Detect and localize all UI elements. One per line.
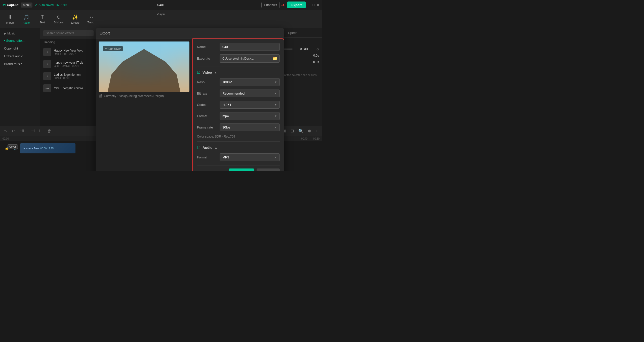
logo-icon: ✂ (3, 3, 6, 7)
edit-cover-button[interactable]: ✏ Edit cover (103, 46, 123, 51)
sidebar-item-extract-audio[interactable]: Extract audio (0, 52, 40, 60)
export-actions: Export Cancel (197, 165, 280, 171)
video-collapse-icon[interactable]: ▲ (214, 71, 217, 74)
app-logo: ✂ CapCut (3, 3, 18, 7)
audio-format-label: Format (197, 155, 217, 159)
app-name: CapCut (7, 3, 18, 7)
sidebar-item-brand-music[interactable]: Brand music (0, 60, 40, 68)
minimize-button[interactable]: − (308, 3, 310, 7)
color-space-text: Color space: SDR - Rec.709 (197, 135, 280, 138)
separator-2 (197, 141, 280, 142)
export-to-label: Export to (197, 57, 217, 60)
video-checkbox[interactable]: ☑ (197, 70, 200, 75)
sidebar-section-music[interactable]: ▶ Music (0, 30, 40, 37)
cancel-button[interactable]: Cancel (257, 168, 280, 171)
trim-right-button[interactable]: ⊢ (38, 127, 44, 134)
volume-value: 0.0dB (300, 47, 308, 51)
arrow-indicator: ➔ (281, 2, 285, 8)
tab-speed[interactable]: Speed (285, 28, 301, 37)
select-tool-button[interactable]: ↖ (3, 127, 8, 134)
framerate-row: Frame rate 30fps ▼ (197, 123, 280, 131)
audio-collapse-icon[interactable]: ▲ (215, 146, 218, 149)
music-note-icon: ♪ (43, 72, 51, 80)
export-to-row: Export to 📁 (197, 54, 280, 63)
audio-label: Audio (23, 21, 30, 24)
timecode-0: 00:00 (3, 137, 9, 140)
bitrate-select[interactable]: Recommended ▼ (220, 90, 280, 97)
resolution-select[interactable]: 1080P ▼ (220, 78, 280, 86)
chevron-down-icon: ▼ (274, 156, 277, 159)
export-confirm-button[interactable]: Export (229, 168, 254, 171)
browse-folder-button[interactable]: 📁 (270, 55, 279, 62)
tool-import[interactable]: ⬇ Import (3, 13, 18, 26)
audio-format-select[interactable]: MP3 ▼ (220, 153, 280, 161)
close-button[interactable]: ✕ (316, 3, 319, 7)
tool-transitions[interactable]: ↔ Tran... (84, 13, 99, 25)
crop-button[interactable]: ⊟ (290, 127, 295, 134)
audio-checkbox[interactable]: ☑ (197, 145, 200, 150)
audio-section-label: Audio (203, 146, 213, 150)
effects-icon: ✨ (72, 14, 78, 20)
arrow-icon: ▶ (4, 32, 6, 35)
shortcuts-button[interactable]: Shortcuts (261, 2, 280, 8)
bitrate-label: Bit rate (197, 92, 217, 95)
tool-effects[interactable]: ✨ Effects (68, 13, 83, 26)
chevron-down-icon: ▼ (274, 126, 277, 129)
add-media-button[interactable]: + (2, 147, 4, 150)
split-button[interactable]: ⊣⊢ (19, 127, 28, 134)
tool-audio[interactable]: 🎵 Audio (19, 13, 34, 26)
copyright-label: Copyright (4, 47, 18, 50)
search-input[interactable] (43, 30, 94, 36)
topbar-right: Shortcuts ➔ Export − □ ✕ (165, 2, 319, 8)
autosave-status: ✓ Auto saved: 16:01:46 (35, 3, 67, 7)
video-clip[interactable]: Japanese Tree 00:00:17:25 (20, 143, 75, 153)
delete-button[interactable]: 🗑 (46, 128, 52, 134)
zoom-in-button[interactable]: ⊕ (307, 127, 312, 134)
resolution-label: Resol... (197, 80, 217, 84)
export-button-top[interactable]: Export (287, 2, 306, 8)
text-icon: T (41, 14, 44, 20)
separator-1 (197, 66, 280, 66)
name-label: Name (197, 45, 217, 49)
tool-text[interactable]: T Text (35, 13, 50, 25)
trim-button[interactable]: ⊣ (30, 127, 36, 134)
framerate-select[interactable]: 30fps ▼ (220, 123, 280, 131)
timecode-40: |00:40 (301, 137, 308, 140)
bitrate-value: Recommended (222, 92, 245, 95)
zoom-out-button[interactable]: 🔍 (297, 127, 304, 134)
restore-button[interactable]: □ (312, 3, 314, 7)
sidebar-item-copyright[interactable]: Copyright (0, 45, 40, 52)
name-row: Name (197, 43, 280, 51)
import-label: Import (6, 21, 14, 24)
codec-label: Codec (197, 103, 217, 107)
tool-stickers[interactable]: ☺ Stickers (51, 13, 67, 25)
cover-button[interactable]: Cover (8, 144, 18, 149)
reset-icon[interactable]: ◇ (316, 47, 319, 51)
effects-label: Effects (71, 21, 79, 24)
export-modal: Export ✏ Edit cover 🎬 Currently 1 task(s… (96, 28, 284, 171)
export-path-field: 📁 (220, 54, 280, 63)
fade-in-value: 0.0s (313, 54, 319, 57)
audio-icon: 🎵 (23, 14, 29, 20)
sidebar-item-sound-effects[interactable]: • Sound effe... (0, 37, 40, 45)
codec-select[interactable]: H.264 ▼ (220, 101, 280, 109)
export-status: 🎬 Currently 1 task(s) being processed (R… (99, 92, 189, 100)
music-note-icon: ♪ (43, 48, 51, 56)
chevron-down-icon: ▼ (274, 103, 277, 106)
fade-out-value: 0.0s (313, 60, 319, 64)
name-input[interactable] (220, 43, 280, 51)
transitions-icon: ↔ (89, 14, 94, 20)
menu-button[interactable]: Menu (21, 3, 32, 8)
undo-button[interactable]: ↩ (11, 127, 16, 134)
video-section-header: ☑ Video ▲ (197, 70, 280, 75)
project-name: 0401 (157, 3, 165, 7)
export-path-input[interactable] (220, 55, 270, 62)
resolution-row: Resol... 1080P ▼ (197, 78, 280, 86)
audio-section-header: ☑ Audio ▲ (197, 145, 280, 150)
add-track-button[interactable]: + (315, 128, 319, 134)
left-sidebar: ▶ Music • Sound effe... Copyright Extrac… (0, 28, 40, 126)
brand-music-label: Brand music (4, 62, 22, 66)
resolution-value: 1080P (222, 80, 232, 84)
format-select[interactable]: mp4 ▼ (220, 112, 280, 120)
transitions-label: Tran... (87, 21, 95, 24)
